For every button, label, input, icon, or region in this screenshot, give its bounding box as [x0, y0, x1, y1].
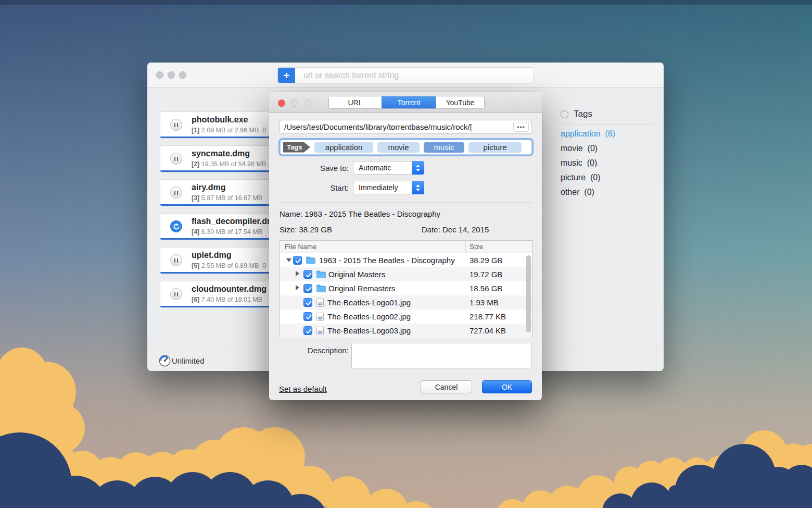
file-name: The-Beatles-Logo03.jpg [327, 326, 411, 335]
file-name: Original Remasters [328, 284, 395, 293]
row-checkbox[interactable] [303, 298, 312, 307]
row-checkbox[interactable] [303, 270, 312, 279]
disclosure-down-icon[interactable] [286, 258, 291, 262]
tag-filter-application[interactable]: application (6) [561, 127, 655, 141]
file-size: 218.77 KB [470, 312, 506, 321]
search-field[interactable]: + url or search torrent string [277, 67, 534, 83]
tag-filter-movie[interactable]: movie (0) [561, 141, 655, 156]
download-size-text: 7.40 MB of 18.01 MB [201, 296, 262, 303]
tags-circle-icon [561, 110, 568, 118]
download-tail-text: 0 [262, 262, 266, 269]
table-row[interactable]: Original Remasters 18.56 GB [280, 281, 532, 295]
close-window-button[interactable] [156, 71, 163, 79]
torrent-name-line: Name: 1963 - 2015 The Beatles - Discogra… [280, 209, 440, 218]
tags-panel-header: Tags [561, 109, 655, 119]
add-torrent-dialog: URL Torrent YouTube /Users/test/Document… [269, 92, 542, 400]
name-label: Name: [280, 209, 302, 218]
size-value: 38.29 GB [299, 225, 332, 234]
dialog-close-button[interactable] [278, 100, 285, 107]
table-row[interactable]: The-Beatles-Logo02.jpg 218.77 KB [280, 309, 532, 324]
file-name: 1963 - 2015 The Beatles - Discography [319, 256, 455, 265]
check-icon [305, 271, 312, 279]
tag-label: other [561, 188, 579, 197]
row-checkbox[interactable] [303, 312, 312, 321]
start-label: Start: [280, 183, 349, 192]
tab-youtube[interactable]: YouTube [436, 96, 484, 108]
download-progress-text: [4] 6.30 MB of 17.54 MB [192, 228, 262, 236]
disclosure-right-icon[interactable] [296, 271, 299, 276]
browse-more-button[interactable]: ••• [513, 122, 529, 132]
download-name: syncmate.dmg [192, 149, 250, 158]
disclosure-right-icon[interactable] [296, 285, 299, 290]
token-picture[interactable]: picture [468, 142, 522, 153]
pause-button[interactable] [170, 187, 182, 199]
torrent-path-field[interactable]: /Users/test/Documents/library/torrentbas… [280, 120, 531, 134]
main-window-titlebar[interactable]: + url or search torrent string [147, 63, 664, 88]
download-name: flash_decompiler.dmg [192, 217, 280, 226]
add-download-button[interactable]: + [278, 68, 295, 83]
minimize-window-button[interactable] [168, 71, 175, 79]
dialog-titlebar[interactable]: URL Torrent YouTube [269, 92, 542, 113]
row-checkbox[interactable] [293, 256, 302, 265]
download-progress-text: [6] 7.40 MB of 18.01 MB [192, 296, 262, 303]
speed-limit-label[interactable]: Unlimited [172, 356, 205, 365]
description-textarea[interactable] [351, 343, 532, 368]
start-popup[interactable]: Immediately [353, 181, 424, 194]
tags-token-field[interactable]: Tags application movie music picture [280, 140, 532, 155]
column-header-size[interactable]: Size [470, 243, 483, 251]
tag-count: (0) [590, 173, 601, 182]
tag-label: application [561, 129, 601, 139]
refresh-icon [173, 223, 180, 230]
cancel-button[interactable]: Cancel [421, 380, 472, 393]
file-size: 19.72 GB [470, 270, 502, 279]
download-index: [6] [192, 296, 199, 303]
tag-filter-music[interactable]: music (0) [561, 156, 655, 170]
row-checkbox[interactable] [303, 284, 312, 293]
download-progress-text: [1] 2.09 MB of 2.96 MB 0 [192, 127, 266, 134]
table-scrollbar-thumb[interactable] [526, 255, 531, 332]
tab-torrent[interactable]: Torrent [382, 96, 436, 108]
tag-filter-other[interactable]: other (0) [561, 185, 655, 200]
pause-button[interactable] [170, 119, 182, 131]
tag-count: (0) [588, 144, 598, 153]
tag-label: picture [561, 173, 586, 182]
tag-label: music [561, 158, 582, 168]
dialog-zoom-button[interactable] [304, 100, 311, 107]
search-placeholder: url or search torrent string [295, 71, 399, 80]
set-as-default-link[interactable]: Set as default [279, 385, 327, 393]
tab-url[interactable]: URL [329, 96, 382, 108]
download-name: uplet.dmg [192, 251, 231, 260]
download-index: [1] [192, 127, 199, 134]
zoom-window-button[interactable] [179, 71, 186, 79]
source-type-segmented-control: URL Torrent YouTube [328, 96, 485, 109]
save-to-popup[interactable]: Automatic [353, 161, 424, 175]
dialog-minimize-button[interactable] [291, 100, 298, 107]
table-row[interactable]: The-Beatles-Logo03.jpg 727.04 KB [280, 324, 532, 338]
speed-gauge-icon[interactable] [159, 355, 171, 367]
pause-button[interactable] [170, 288, 182, 300]
row-checkbox[interactable] [303, 326, 312, 335]
tag-count: (0) [584, 188, 594, 197]
tag-filter-picture[interactable]: picture (0) [561, 170, 655, 185]
table-row[interactable]: 1963 - 2015 The Beatles - Discography 38… [280, 253, 532, 267]
token-music[interactable]: music [424, 142, 464, 153]
tag-count: (6) [605, 129, 615, 139]
column-header-file-name[interactable]: File Name [285, 243, 317, 251]
table-row[interactable]: Original Masters 19.72 GB [280, 267, 532, 281]
token-application[interactable]: application [314, 142, 373, 153]
ok-button[interactable]: OK [482, 380, 532, 393]
tags-panel-title: Tags [574, 109, 592, 119]
download-size-text: 2.09 MB of 2.96 MB [201, 127, 259, 134]
token-movie[interactable]: movie [377, 142, 420, 153]
tags-panel-divider [561, 125, 655, 125]
dialog-divider [280, 202, 531, 203]
column-divider[interactable] [465, 241, 466, 253]
pause-button[interactable] [170, 254, 182, 266]
check-icon [295, 257, 302, 265]
popup-arrows-icon [412, 181, 424, 194]
resume-button[interactable] [170, 220, 182, 232]
pause-button[interactable] [170, 153, 182, 165]
file-size: 38.29 GB [470, 256, 502, 265]
table-header[interactable]: File Name Size [280, 241, 532, 253]
table-row[interactable]: The-Beatles-Logo01.jpg 1.93 MB [280, 295, 532, 309]
